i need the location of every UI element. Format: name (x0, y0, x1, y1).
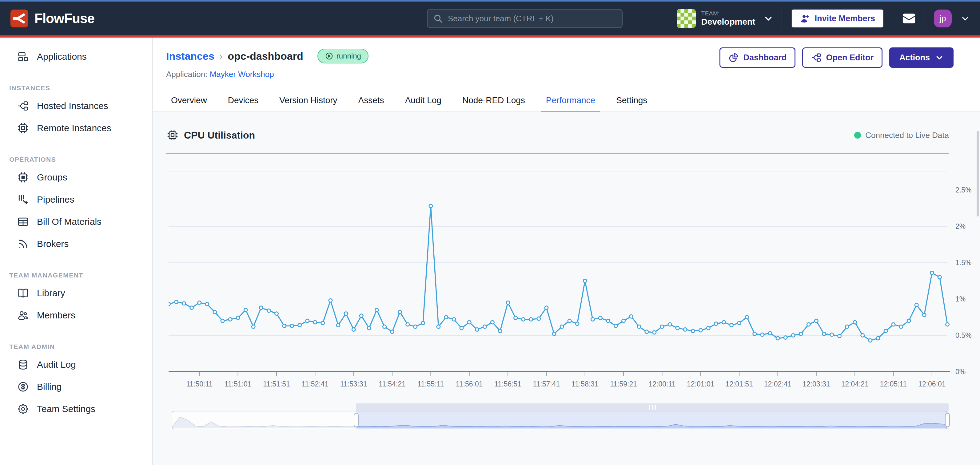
x-axis-label: 12:04:21 (841, 380, 869, 388)
sidebar-section-team-management: TEAM MANAGEMENT (0, 268, 152, 282)
sidebar-item-audit-log[interactable]: Audit Log (0, 353, 152, 376)
data-point (321, 321, 325, 324)
data-point (730, 323, 733, 327)
breadcrumb-instances-link[interactable]: Instances (166, 50, 215, 62)
sidebar-item-label: Audit Log (37, 360, 76, 370)
library-icon (17, 287, 29, 299)
sidebar-item-team-settings[interactable]: Team Settings (0, 398, 152, 420)
zoom-move-handle[interactable] (356, 403, 949, 411)
flowfuse-logo[interactable]: FlowFuse (10, 10, 94, 27)
cpu-utilisation-chart[interactable]: 0%0.5%1%1.5%2%2.5%11:50:1111:51:0111:51:… (169, 171, 980, 395)
x-axis-label: 11:56:01 (456, 380, 483, 388)
sidebar-item-remote-instances[interactable]: Remote Instances (0, 117, 152, 139)
data-point (668, 323, 671, 326)
sidebar-item-bill-of-materials[interactable]: Bill Of Materials (0, 211, 152, 233)
tab-version-history[interactable]: Version History (274, 92, 342, 113)
data-point (791, 334, 795, 337)
data-point (375, 308, 379, 312)
navbar-divider (924, 7, 925, 30)
tab-performance[interactable]: Performance (541, 92, 600, 113)
data-point (244, 308, 247, 312)
tab-assets[interactable]: Assets (353, 92, 389, 113)
data-point (869, 339, 872, 342)
user-menu[interactable]: jp (934, 10, 970, 27)
x-axis-label: 12:06:01 (918, 380, 946, 388)
tab-audit-log[interactable]: Audit Log (400, 92, 446, 113)
applications-icon (17, 51, 29, 62)
x-axis-label: 12:02:41 (764, 380, 792, 388)
data-point (583, 279, 587, 283)
panel-divider (166, 153, 949, 154)
data-point (799, 332, 802, 336)
team-search[interactable] (427, 9, 622, 28)
data-point (337, 323, 340, 327)
data-point (637, 325, 641, 328)
team-name: Development (701, 17, 756, 27)
data-point (221, 319, 224, 323)
data-point (267, 309, 270, 312)
brokers-icon (17, 238, 29, 250)
tab-devices[interactable]: Devices (223, 92, 264, 113)
sidebar-item-applications[interactable]: Applications (0, 46, 152, 68)
notifications-mail-button[interactable] (902, 11, 916, 26)
instance-tabs: Overview Devices Version History Assets … (166, 92, 652, 113)
status-badge-label: running (337, 52, 361, 60)
sidebar-item-hosted-instances[interactable]: Hosted Instances (0, 95, 152, 117)
data-point (606, 319, 610, 323)
sidebar-item-pipelines[interactable]: Pipelines (0, 189, 152, 211)
logo-text: FlowFuse (35, 11, 94, 26)
panel-header: CPU Utilisation Connected to Live Data (167, 125, 949, 146)
data-point (360, 314, 363, 318)
y-axis-label: 0.5% (955, 331, 971, 339)
data-point (429, 204, 433, 208)
data-point (676, 326, 679, 330)
tab-node-red-logs[interactable]: Node-RED Logs (457, 92, 530, 113)
live-status-label: Connected to Live Data (865, 131, 949, 140)
open-editor-button[interactable]: Open Editor (802, 48, 883, 68)
billing-icon (17, 381, 29, 393)
search-icon (433, 14, 443, 25)
data-point (182, 302, 186, 305)
team-selector[interactable]: TEAM: Development (677, 9, 756, 28)
chart-zoom-slider (172, 403, 950, 429)
breadcrumb-separator: › (219, 50, 223, 62)
data-point (422, 321, 425, 324)
data-point (923, 313, 926, 316)
zoom-selected-window[interactable] (356, 411, 949, 429)
data-point (761, 333, 764, 336)
sidebar-item-billing[interactable]: Billing (0, 376, 152, 398)
sidebar-item-library[interactable]: Library (0, 282, 152, 304)
tab-overview[interactable]: Overview (166, 92, 212, 113)
data-point (660, 325, 664, 328)
panel-title-text: CPU Utilisation (184, 129, 255, 141)
sidebar-item-members[interactable]: Members (0, 304, 152, 326)
pipelines-icon (17, 194, 29, 205)
page-scrollbar[interactable] (977, 131, 979, 216)
live-status: Connected to Live Data (854, 131, 949, 140)
sidebar-item-brokers[interactable]: Brokers (0, 233, 152, 255)
sidebar-item-groups[interactable]: Groups (0, 166, 152, 189)
team-chevron-down-icon[interactable] (764, 14, 773, 23)
data-point (591, 318, 594, 321)
zoom-left-handle[interactable] (354, 413, 359, 427)
x-axis-label: 11:59:21 (610, 380, 637, 388)
data-point (475, 328, 479, 331)
zoom-right-handle[interactable] (945, 413, 950, 427)
sidebar-item-label: Billing (37, 382, 62, 392)
team-avatar (677, 9, 696, 28)
dashboard-button[interactable]: Dashboard (719, 48, 795, 68)
navbar: FlowFuse TEAM: Development (0, 2, 980, 35)
actions-button[interactable]: Actions (889, 48, 953, 68)
y-axis-label: 2.5% (955, 186, 971, 194)
flowfuse-logo-icon (10, 10, 28, 27)
application-link[interactable]: Mayker Workshop (210, 70, 274, 79)
tab-settings[interactable]: Settings (611, 92, 652, 113)
data-point (213, 310, 216, 314)
data-point (460, 326, 463, 330)
data-point (506, 301, 510, 304)
data-point (514, 316, 517, 320)
search-input[interactable] (427, 9, 622, 28)
y-axis-label: 2% (955, 222, 966, 230)
invite-members-button[interactable]: Invite Members (791, 9, 884, 28)
data-point (452, 318, 455, 321)
